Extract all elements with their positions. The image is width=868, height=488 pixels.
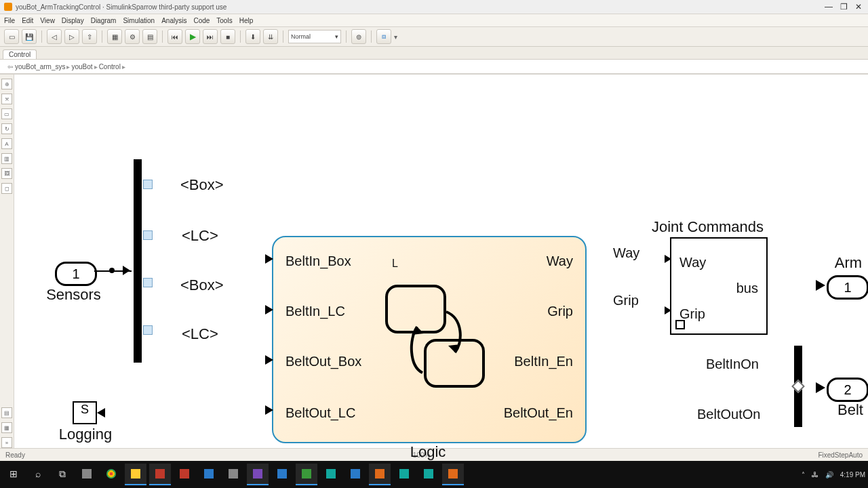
search-icon[interactable]: ⌕ <box>27 464 49 485</box>
palette-area-icon[interactable]: ▥ <box>1 153 12 164</box>
logging-block[interactable]: S <box>73 401 97 424</box>
taskbar-app[interactable] <box>222 464 244 485</box>
taskbar-app[interactable] <box>369 464 391 485</box>
state-transitions-icon <box>382 285 490 393</box>
sim-mode-dropdown[interactable]: Normal ▾ <box>288 30 341 43</box>
back-button[interactable]: ◁ <box>47 29 62 44</box>
taskbar-app[interactable] <box>271 464 293 485</box>
menu-simulation[interactable]: Simulation <box>123 17 155 24</box>
breadcrumb-seg-2[interactable]: youBot <box>71 63 92 70</box>
palette-bottom2-icon[interactable]: ▦ <box>1 422 12 433</box>
close-button[interactable]: ✕ <box>853 2 864 12</box>
palette-bottom3-icon[interactable]: » <box>1 437 12 448</box>
menu-analysis[interactable]: Analysis <box>161 17 186 24</box>
taskbar-app[interactable] <box>393 464 415 485</box>
joint-commands-block[interactable]: Way Grip bus <box>670 237 768 335</box>
menu-diagram[interactable]: Diagram <box>91 17 117 24</box>
status-left: Ready <box>5 451 25 459</box>
palette-image-icon[interactable]: 🖼 <box>1 168 12 179</box>
palette-hide-icon[interactable]: ◻ <box>1 183 12 194</box>
step-fwd-button[interactable]: ⏭ <box>203 29 218 44</box>
chevron-down-icon[interactable]: ▾ <box>394 33 397 41</box>
breadcrumb-seg-1[interactable]: youBot_arm_sys <box>15 63 65 70</box>
outport-arm-number: 1 <box>844 280 851 296</box>
outport-belt[interactable]: 2 <box>827 378 868 402</box>
tray-time[interactable]: 4:19 PM <box>840 471 865 479</box>
up-button[interactable]: ⇧ <box>82 29 97 44</box>
new-button[interactable]: ▭ <box>4 29 19 44</box>
inport-sensors[interactable]: 1 <box>55 262 97 286</box>
logic-in2: BeltIn_LC <box>285 304 345 319</box>
taskbar-app[interactable] <box>320 464 342 485</box>
logging-label: Logging <box>48 426 123 443</box>
jc-bus: bus <box>736 281 758 296</box>
title-bar[interactable]: youBot_ArmTrackingControl · SimulinkSpar… <box>0 0 868 14</box>
logic-out4: BeltOut_En <box>504 405 573 421</box>
menu-code[interactable]: Code <box>193 17 210 24</box>
sim-mode-label: Normal <box>291 33 311 40</box>
left-palette: ⊕ ⤧ ▭ ↻ A ▥ 🖼 ◻ ▤ ▦ » <box>0 75 14 448</box>
palette-rotate-icon[interactable]: ↻ <box>1 123 12 134</box>
minimize-button[interactable]: — <box>823 2 834 12</box>
palette-nav-icon[interactable]: ⤧ <box>1 94 12 104</box>
palette-zoom-icon[interactable]: ⊕ <box>1 79 12 89</box>
block-badge-icon <box>675 320 685 329</box>
logging-s: S <box>81 403 89 416</box>
menu-help[interactable]: Help <box>239 17 254 24</box>
palette-text-icon[interactable]: A <box>1 138 12 149</box>
tray-network-icon[interactable]: 🖧 <box>812 471 818 479</box>
menu-edit[interactable]: Edit <box>22 17 33 24</box>
taskbar-app[interactable] <box>247 464 269 485</box>
taskbar-app[interactable] <box>125 464 146 485</box>
tray-volume-icon[interactable]: 🔊 <box>825 471 833 479</box>
taskbar-app[interactable] <box>442 464 464 485</box>
system-tray[interactable]: ˄ 🖧 🔊 4:19 PM <box>802 471 868 479</box>
outport-belt-number: 2 <box>844 382 851 398</box>
menu-file[interactable]: File <box>4 17 15 24</box>
menu-display[interactable]: Display <box>62 17 84 24</box>
target-button[interactable]: ⊚ <box>351 29 366 44</box>
outport-arm[interactable]: 1 <box>827 275 868 300</box>
step-back-button[interactable]: ⏮ <box>167 29 182 44</box>
menu-view[interactable]: View <box>40 17 55 24</box>
deploy-button[interactable]: ⇊ <box>263 29 278 44</box>
library-button[interactable]: ▦ <box>107 29 122 44</box>
stop-button[interactable]: ■ <box>220 29 235 44</box>
taskbar-app[interactable] <box>296 464 317 485</box>
taskbar-app[interactable] <box>418 464 439 485</box>
taskbar-app[interactable] <box>76 464 98 485</box>
jc-ext-way: Way <box>613 245 639 261</box>
taskbar-app[interactable] <box>344 464 366 485</box>
taskbar-app[interactable] <box>198 464 220 485</box>
outport-arm-label: Arm <box>831 254 865 272</box>
tray-up-icon[interactable]: ˄ <box>802 471 805 479</box>
palette-bottom1-icon[interactable]: ▤ <box>1 407 12 418</box>
palette-fit-icon[interactable]: ▭ <box>1 108 12 119</box>
tab-control[interactable]: Control <box>3 49 37 59</box>
taskbar-app[interactable] <box>174 464 195 485</box>
run-button[interactable]: ▶ <box>185 29 200 44</box>
config-button[interactable]: ⚙ <box>125 29 140 44</box>
taskbar-app[interactable] <box>149 464 171 485</box>
menu-tools[interactable]: Tools <box>216 17 232 24</box>
bus-port-stub <box>143 278 153 287</box>
logic-in3: BeltOut_Box <box>285 354 361 369</box>
logic-out2: Grip <box>547 304 573 319</box>
build-button[interactable]: ⬇ <box>245 29 260 44</box>
windows-taskbar[interactable]: ⊞ ⌕ ⧉ ˄ 🖧 🔊 4:19 PM <box>0 461 868 488</box>
fwd-button[interactable]: ▷ <box>64 29 79 44</box>
taskbar-app[interactable] <box>100 464 122 485</box>
taskview-icon[interactable]: ⧉ <box>52 464 73 485</box>
breadcrumb-seg-3[interactable]: Control <box>99 63 121 70</box>
logic-block[interactable]: BeltIn_Box BeltIn_LC BeltOut_Box BeltOut… <box>272 236 587 443</box>
diagram-canvas[interactable]: 1 Sensors <Box> <LC> <Box> <LC> S Loggin… <box>14 75 868 448</box>
maximize-button[interactable]: ❐ <box>838 2 849 12</box>
record-button[interactable]: ⧈ <box>376 29 391 44</box>
start-button[interactable]: ⊞ <box>3 464 24 485</box>
inport-number: 1 <box>72 266 79 282</box>
save-button[interactable]: 💾 <box>22 29 37 44</box>
explorer-button[interactable]: ▤ <box>142 29 157 44</box>
bus-selector-block[interactable] <box>134 159 142 363</box>
breadcrumb-back-icon[interactable]: ⇦ <box>5 63 15 70</box>
bus-port-stub <box>143 230 153 240</box>
